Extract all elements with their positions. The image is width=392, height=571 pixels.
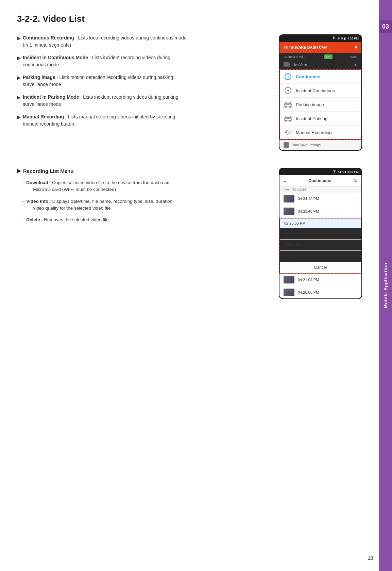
bullet-arrow-1: ▶ — [17, 35, 21, 42]
bullet-desc-5: manual recording button — [23, 121, 74, 127]
bullet-strong-2: Incident in Continuous Mode — [23, 55, 88, 60]
bullet-strong-4: Incident in Parking Mode — [23, 94, 79, 100]
recording-list-title-text: Recording List Menu — [23, 168, 73, 174]
phone1-time: 4:35 PM — [347, 37, 359, 40]
phone2-videoinfo-label: Video Info — [284, 243, 303, 247]
phone2-popup-highlight: 02:25:55 PM Download Video Info Delete C… — [279, 218, 361, 274]
videoinfo-arrow: └ — [20, 198, 23, 212]
delete-text: Delete : Removes the selected video file — [26, 216, 108, 223]
phone2-video-row-3[interactable]: 04:21:04 PM ⋮ — [279, 274, 361, 286]
bullet-desc-2: continuous mode — [23, 62, 59, 67]
page-number: 23 — [368, 555, 373, 561]
phone2-thumb-1 — [284, 195, 294, 202]
phone1-menu-parking[interactable]: Parking image — [280, 98, 361, 112]
bullet-item-1: ▶ Continuous Recording : Lists loop reco… — [17, 34, 269, 49]
phone1-wifi-icon — [332, 36, 336, 40]
bullet-item-5: ▶ Manual Recording : Lists manual record… — [17, 113, 269, 128]
phone2-wifi-icon — [333, 170, 337, 174]
incident-parking-icon — [284, 115, 292, 122]
phone1-menu-parking-label: Parking image — [296, 102, 324, 107]
svg-rect-0 — [284, 62, 288, 66]
svg-point-17 — [287, 117, 289, 119]
phone2-dots-4[interactable]: ⋮ — [353, 290, 357, 295]
phone1-menu-manual[interactable]: Manual Recording — [280, 126, 361, 139]
recording-item-download: └ Download : Copies selected video file … — [17, 179, 269, 193]
phone2-download-label: Download — [284, 231, 302, 236]
phone2-time-1: 04:34:19 PM — [298, 197, 349, 201]
phone2-edit-icon: ✎ — [353, 178, 357, 183]
phone1-live-arrow: ▶ — [355, 63, 357, 67]
phone2-popup-videoinfo[interactable]: Video Info — [280, 240, 361, 251]
svg-point-10 — [285, 106, 287, 108]
phone1-dual-save-text: Dual Save Settings — [292, 143, 321, 147]
phone2-date: (Mon) 3/14/2016 — [284, 188, 306, 191]
phone2-time-4: 04:20:06 PM — [298, 290, 349, 294]
phone1-menu-continuous[interactable]: Continuous — [280, 70, 361, 84]
sidebar-label: Mobile Application — [383, 263, 388, 308]
phone2-dots-1[interactable]: ⋮ — [353, 196, 357, 201]
bullet-label-4: Incident in Parking Mode : Lists inciden… — [23, 94, 178, 108]
phone2-time-2: 04:33:48 PM — [298, 209, 349, 213]
phone2-dots-3[interactable]: ⋮ — [353, 277, 357, 282]
phone2-video-row-2[interactable]: 04:33:48 PM ⋮ — [279, 205, 361, 218]
phone2-popup-cancel[interactable]: Cancel — [280, 262, 361, 273]
phone1-live-row: Live View ▶ — [279, 61, 361, 69]
bullet-list: ▶ Continuous Recording : Lists loop reco… — [17, 34, 269, 133]
bullet-strong-3: Parking image — [23, 75, 55, 80]
svg-point-18 — [285, 131, 287, 133]
phone2-header: ≡ Continuous ✎ — [279, 175, 361, 186]
phone-mockup-1: 34% ▮ 4:35 PM THINKWARE DASH CAM ≡ Conne… — [279, 34, 362, 151]
dual-save-icon — [284, 142, 289, 148]
recording-item-videoinfo: └ Video Info : Displays date/time, file … — [17, 198, 269, 212]
bullet-label-5: Manual Recording : Lists manual recordin… — [23, 113, 175, 128]
dual-save-arrow: › — [356, 143, 357, 147]
phone2-popup-delete[interactable]: Delete — [280, 251, 361, 262]
phone2-thumb-3 — [284, 276, 294, 283]
bottom-section: ▶ Recording List Menu └ Download : Copie… — [17, 168, 362, 299]
phone1-dual-save-row[interactable]: Dual Save Settings › — [279, 140, 361, 150]
phone1-connect-label: Connect to Wi-Fi — [284, 55, 306, 59]
phone1-live-text: Live View — [292, 63, 307, 67]
bullet-item-2: ▶ Incident in Continuous Mode : Lists in… — [17, 54, 269, 68]
phone2-date-row: (Mon) 3/14/2016 — [279, 186, 361, 193]
parking-icon — [284, 101, 292, 108]
phone2-video-row-1[interactable]: 04:34:19 PM ⋮ — [279, 193, 361, 205]
phone2-dots-2[interactable]: ⋮ — [353, 209, 357, 214]
phone1-menu-incident-parking[interactable]: Incident Parking — [280, 112, 361, 126]
bullet-item-4: ▶ Incident in Parking Mode : Lists incid… — [17, 94, 269, 108]
bullet-desc-3: surveillance mode — [23, 82, 61, 87]
phone1-connect-row: Connect to Wi-Fi ON (Moo — [279, 53, 361, 61]
phone2-menu-icon: ≡ — [284, 178, 286, 183]
phone2-popup-download[interactable]: Download — [280, 228, 361, 240]
delete-label: Delete — [26, 217, 40, 222]
phone2-header-title: Continuous — [308, 178, 331, 183]
phone2-thumb-2 — [284, 208, 294, 215]
phone1-header: THINKWARE DASH CAM ≡ — [279, 42, 361, 53]
bullet-item-3: ▶ Parking image : Lists motion detection… — [17, 74, 269, 88]
delete-arrow: └ — [20, 216, 23, 223]
bullet-label-1: Continuous Recording : Lists loop record… — [23, 34, 187, 49]
phone2-video-row-4[interactable]: 04:20:06 PM ⋮ — [279, 286, 361, 298]
phone1-menu-incident-continuous[interactable]: Incident Continuous — [280, 84, 361, 98]
phone1-menu-incident-continuous-label: Incident Continuous — [296, 88, 335, 93]
phone1-menu-manual-label: Manual Recording — [296, 130, 332, 135]
bullet-strong-1: Continuous Recording — [23, 35, 74, 40]
bullet-label-3: Parking image : Lists motion detection r… — [23, 74, 173, 88]
top-section: ▶ Continuous Recording : Lists loop reco… — [17, 34, 362, 151]
phone2-popup-time: 02:25:55 PM — [280, 218, 361, 228]
phone1-menu-continuous-label: Continuous — [296, 74, 320, 79]
main-content: 3-2-2. Video List ▶ Continuous Recording… — [0, 0, 379, 320]
phone1-connect-btn[interactable]: ON — [324, 54, 333, 59]
phone1-connect-right: (Moo — [350, 55, 357, 59]
section-title: 3-2-2. Video List — [17, 14, 362, 24]
phone2-battery: 34% ▮ — [338, 170, 346, 174]
phone1-header-title: THINKWARE DASH CAM — [284, 45, 327, 49]
phone1-menu-highlight: Continuous Incident Continuous — [279, 69, 361, 140]
svg-point-8 — [287, 90, 289, 91]
videoinfo-desc: video quality for the selected video fil… — [26, 205, 110, 212]
videoinfo-text: Video Info : Displays date/time, file na… — [26, 198, 173, 212]
bullet-arrow-2: ▶ — [17, 54, 21, 62]
sidebar-tab: 03 Mobile Application — [379, 0, 392, 571]
manual-icon — [284, 129, 292, 136]
phone2-time: 4:35 PM — [347, 170, 359, 174]
